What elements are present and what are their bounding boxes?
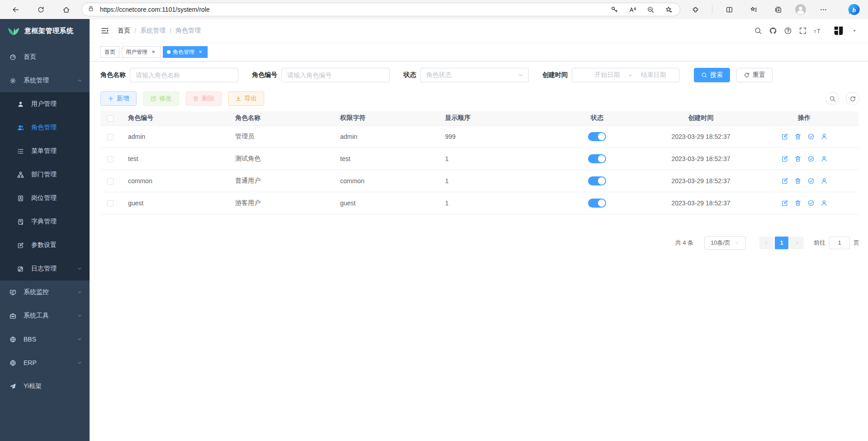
split-screen-icon[interactable] bbox=[721, 2, 737, 17]
sidebar-item-home[interactable]: 首页 bbox=[0, 45, 90, 69]
sidebar-item-role-mgmt[interactable]: 角色管理 bbox=[0, 116, 90, 139]
row-assign-user-button[interactable] bbox=[821, 133, 828, 140]
row-data-scope-button[interactable] bbox=[807, 177, 815, 185]
sidebar-item-system-tools[interactable]: 系统工具 bbox=[0, 304, 90, 327]
column-header: 操作 bbox=[750, 111, 859, 125]
reset-button[interactable]: 重置 bbox=[736, 68, 773, 82]
status-select[interactable]: 角色状态 bbox=[420, 68, 529, 82]
sidebar-item-erp[interactable]: ERP bbox=[0, 351, 90, 375]
next-page-button[interactable] bbox=[790, 237, 804, 249]
collections-icon[interactable] bbox=[770, 2, 786, 17]
select-all-checkbox[interactable] bbox=[107, 115, 114, 122]
profile-avatar[interactable] bbox=[795, 4, 806, 15]
help-icon[interactable] bbox=[784, 27, 792, 35]
header-search-icon[interactable] bbox=[754, 27, 762, 35]
refresh-table-button[interactable] bbox=[846, 92, 859, 105]
sidebar-item-dict-mgmt[interactable]: 字典管理 bbox=[0, 210, 90, 233]
row-delete-button[interactable] bbox=[794, 155, 802, 162]
row-delete-button[interactable] bbox=[794, 177, 802, 185]
search-button[interactable]: 搜索 bbox=[694, 68, 730, 82]
sidebar-item-post-mgmt[interactable]: 岗位管理 bbox=[0, 186, 90, 210]
row-edit-button[interactable] bbox=[781, 155, 788, 162]
row-checkbox[interactable] bbox=[107, 156, 114, 162]
status-toggle[interactable] bbox=[588, 176, 606, 185]
row-checkbox[interactable] bbox=[107, 134, 114, 140]
status-toggle[interactable] bbox=[588, 132, 606, 141]
row-edit-button[interactable] bbox=[781, 133, 788, 140]
delete-button[interactable]: 删除 bbox=[185, 91, 222, 106]
browser-back-button[interactable] bbox=[5, 2, 25, 17]
sidebar-item-user-mgmt[interactable]: 用户管理 bbox=[0, 92, 90, 116]
user-caret-down-icon[interactable] bbox=[852, 28, 857, 33]
fullscreen-icon[interactable] bbox=[799, 27, 807, 35]
edit-button[interactable]: 修改 bbox=[143, 91, 179, 106]
row-assign-user-button[interactable] bbox=[821, 155, 828, 162]
plus-icon bbox=[108, 95, 114, 102]
font-size-icon[interactable]: TT bbox=[814, 27, 822, 35]
sidebar-item-dept-mgmt[interactable]: 部门管理 bbox=[0, 163, 90, 186]
role-name-input[interactable] bbox=[130, 68, 238, 82]
row-data-scope-button[interactable] bbox=[807, 155, 815, 162]
favorites-hub-icon[interactable] bbox=[746, 2, 761, 17]
toggle-search-button[interactable] bbox=[825, 92, 839, 105]
tab-role-mgmt[interactable]: 角色管理× bbox=[163, 46, 208, 58]
sidebar-item-system-monitor[interactable]: 系统监控 bbox=[0, 280, 90, 304]
row-assign-user-button[interactable] bbox=[821, 199, 828, 207]
settings-more-icon[interactable] bbox=[816, 2, 831, 17]
sidebar-item-param-settings[interactable]: 参数设置 bbox=[0, 233, 90, 257]
address-bar[interactable]: https://ccnetcore.com:1101/system/role bbox=[81, 3, 680, 16]
browser-refresh-button[interactable] bbox=[31, 2, 51, 17]
prev-page-button[interactable] bbox=[759, 237, 773, 249]
column-header: 创建时间 bbox=[652, 111, 750, 125]
date-range-picker[interactable]: 开始日期 - 结束日期 bbox=[572, 68, 679, 82]
check-circle-icon bbox=[807, 199, 815, 207]
site-lock-icon[interactable] bbox=[87, 5, 96, 14]
close-icon[interactable]: × bbox=[150, 49, 157, 55]
sidebar-item-log-mgmt[interactable]: 日志管理 bbox=[0, 257, 90, 280]
breadcrumb-item[interactable]: 首页 bbox=[118, 27, 130, 35]
table-row: common普通用户common12023-03-29 18:52:37 bbox=[100, 170, 859, 192]
sidebar-collapse-icon[interactable] bbox=[100, 26, 109, 35]
page-1-button[interactable]: 1 bbox=[775, 237, 788, 249]
total-count: 共 4 条 bbox=[675, 239, 693, 247]
close-icon[interactable]: × bbox=[197, 49, 204, 55]
sidebar-item-yi-framework[interactable]: Yi框架 bbox=[0, 375, 90, 398]
sidebar-item-system-mgmt[interactable]: 系统管理 bbox=[0, 69, 90, 92]
sidebar-item-label: ERP bbox=[24, 359, 77, 366]
row-data-scope-button[interactable] bbox=[807, 133, 815, 140]
status-toggle[interactable] bbox=[588, 199, 606, 208]
github-icon[interactable] bbox=[769, 27, 777, 35]
goto-page-input[interactable] bbox=[829, 237, 850, 249]
toolbox-icon bbox=[9, 313, 16, 319]
row-checkbox[interactable] bbox=[107, 200, 114, 207]
monitor-icon bbox=[9, 289, 16, 296]
row-edit-button[interactable] bbox=[781, 199, 788, 207]
role-code-input[interactable] bbox=[281, 68, 390, 82]
row-assign-user-button[interactable] bbox=[821, 177, 828, 185]
edit-icon bbox=[781, 133, 788, 140]
row-checkbox[interactable] bbox=[107, 178, 114, 185]
page-size-select[interactable]: 10条/页 bbox=[704, 236, 746, 250]
app-logo[interactable]: 意框架管理系统 bbox=[0, 19, 90, 43]
export-button[interactable]: 导出 bbox=[228, 91, 264, 106]
zoom-indicator-icon[interactable] bbox=[643, 2, 658, 17]
extensions-icon[interactable] bbox=[688, 2, 703, 17]
copilot-icon[interactable]: b bbox=[847, 3, 861, 16]
sidebar-item-bbs[interactable]: BBS bbox=[0, 327, 90, 351]
read-aloud-icon[interactable] bbox=[625, 2, 640, 17]
row-data-scope-button[interactable] bbox=[807, 199, 815, 207]
password-key-icon[interactable] bbox=[607, 2, 622, 17]
row-select-cell bbox=[100, 147, 120, 170]
row-delete-button[interactable] bbox=[794, 133, 802, 140]
row-edit-button[interactable] bbox=[781, 177, 788, 185]
browser-home-button[interactable] bbox=[56, 2, 76, 17]
tab-home[interactable]: 首页 bbox=[100, 46, 119, 58]
user-logo-avatar[interactable] bbox=[832, 24, 845, 37]
status-toggle[interactable] bbox=[588, 154, 606, 163]
tab-user-mgmt[interactable]: 用户管理× bbox=[122, 46, 161, 58]
add-favorite-star-icon[interactable] bbox=[661, 2, 676, 17]
breadcrumb-item: 角色管理 bbox=[175, 27, 201, 35]
sidebar-item-menu-mgmt[interactable]: 菜单管理 bbox=[0, 139, 90, 163]
row-delete-button[interactable] bbox=[794, 199, 802, 207]
add-button[interactable]: 新增 bbox=[100, 91, 137, 106]
